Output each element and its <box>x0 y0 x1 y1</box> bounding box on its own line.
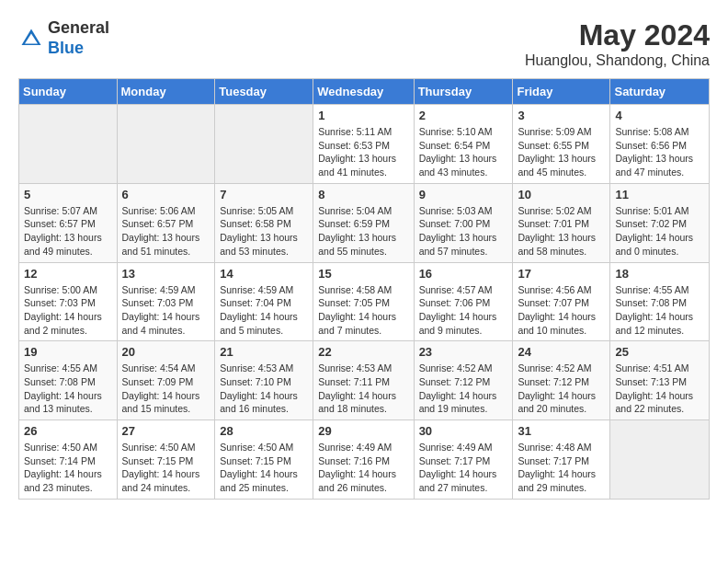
logo-general-text: General <box>48 18 109 37</box>
page-header: General Blue May 2024 Huanglou, Shandong… <box>18 18 710 69</box>
calendar-week-row: 19Sunrise: 4:55 AM Sunset: 7:08 PM Dayli… <box>19 341 710 420</box>
calendar-cell <box>610 420 710 500</box>
day-info: Sunrise: 4:48 AM Sunset: 7:17 PM Dayligh… <box>518 441 605 495</box>
day-info: Sunrise: 4:54 AM Sunset: 7:09 PM Dayligh… <box>122 362 210 416</box>
day-info: Sunrise: 4:59 AM Sunset: 7:03 PM Dayligh… <box>122 283 210 338</box>
calendar-week-row: 1Sunrise: 5:11 AM Sunset: 6:53 PM Daylig… <box>19 105 710 184</box>
title-block: May 2024 Huanglou, Shandong, China <box>525 18 710 69</box>
calendar-cell: 10Sunrise: 5:02 AM Sunset: 7:01 PM Dayli… <box>513 183 610 262</box>
day-number: 28 <box>220 424 308 438</box>
day-info: Sunrise: 5:08 AM Sunset: 6:56 PM Dayligh… <box>615 125 704 179</box>
day-number: 23 <box>419 345 508 359</box>
weekday-header-thursday: Thursday <box>414 79 513 105</box>
calendar-cell: 19Sunrise: 4:55 AM Sunset: 7:08 PM Dayli… <box>19 341 118 420</box>
calendar-week-row: 12Sunrise: 5:00 AM Sunset: 7:03 PM Dayli… <box>19 262 710 341</box>
calendar-cell: 28Sunrise: 4:50 AM Sunset: 7:15 PM Dayli… <box>215 420 313 500</box>
day-info: Sunrise: 4:56 AM Sunset: 7:07 PM Dayligh… <box>518 283 605 338</box>
day-number: 3 <box>518 109 605 122</box>
day-number: 12 <box>24 267 112 281</box>
day-number: 2 <box>419 109 508 122</box>
calendar-cell <box>19 105 118 184</box>
day-info: Sunrise: 5:07 AM Sunset: 6:57 PM Dayligh… <box>24 204 112 259</box>
day-info: Sunrise: 4:50 AM Sunset: 7:15 PM Dayligh… <box>122 441 210 495</box>
calendar-header-row: SundayMondayTuesdayWednesdayThursdayFrid… <box>19 79 710 105</box>
day-info: Sunrise: 4:53 AM Sunset: 7:11 PM Dayligh… <box>318 362 408 416</box>
day-number: 13 <box>122 267 210 281</box>
day-info: Sunrise: 5:05 AM Sunset: 6:58 PM Dayligh… <box>220 204 308 259</box>
calendar-cell: 24Sunrise: 4:52 AM Sunset: 7:12 PM Dayli… <box>513 341 610 420</box>
day-number: 19 <box>24 345 112 359</box>
calendar-cell: 11Sunrise: 5:01 AM Sunset: 7:02 PM Dayli… <box>610 183 710 262</box>
day-info: Sunrise: 4:53 AM Sunset: 7:10 PM Dayligh… <box>220 362 308 416</box>
day-info: Sunrise: 4:49 AM Sunset: 7:16 PM Dayligh… <box>318 441 408 495</box>
day-number: 17 <box>518 267 605 281</box>
calendar-cell: 29Sunrise: 4:49 AM Sunset: 7:16 PM Dayli… <box>313 420 414 500</box>
calendar-cell: 1Sunrise: 5:11 AM Sunset: 6:53 PM Daylig… <box>313 105 414 184</box>
calendar-cell: 13Sunrise: 4:59 AM Sunset: 7:03 PM Dayli… <box>117 262 215 341</box>
day-info: Sunrise: 4:55 AM Sunset: 7:08 PM Dayligh… <box>615 283 704 338</box>
day-number: 1 <box>318 109 408 122</box>
calendar-cell: 16Sunrise: 4:57 AM Sunset: 7:06 PM Dayli… <box>414 262 513 341</box>
calendar-week-row: 26Sunrise: 4:50 AM Sunset: 7:14 PM Dayli… <box>19 420 710 500</box>
day-number: 11 <box>615 188 704 201</box>
day-info: Sunrise: 5:02 AM Sunset: 7:01 PM Dayligh… <box>518 204 605 259</box>
day-number: 22 <box>318 345 408 359</box>
weekday-header-friday: Friday <box>513 79 610 105</box>
day-number: 26 <box>24 424 112 438</box>
logo: General Blue <box>18 18 109 58</box>
day-info: Sunrise: 5:09 AM Sunset: 6:55 PM Dayligh… <box>518 125 605 179</box>
day-number: 5 <box>24 188 112 201</box>
day-number: 30 <box>419 424 508 438</box>
day-number: 8 <box>318 188 408 201</box>
day-number: 20 <box>122 345 210 359</box>
day-info: Sunrise: 5:10 AM Sunset: 6:54 PM Dayligh… <box>419 125 508 179</box>
calendar-cell: 23Sunrise: 4:52 AM Sunset: 7:12 PM Dayli… <box>414 341 513 420</box>
day-info: Sunrise: 4:50 AM Sunset: 7:15 PM Dayligh… <box>220 441 308 495</box>
day-number: 27 <box>122 424 210 438</box>
calendar-cell: 26Sunrise: 4:50 AM Sunset: 7:14 PM Dayli… <box>19 420 118 500</box>
day-number: 29 <box>318 424 408 438</box>
calendar-cell: 5Sunrise: 5:07 AM Sunset: 6:57 PM Daylig… <box>19 183 118 262</box>
calendar-cell: 27Sunrise: 4:50 AM Sunset: 7:15 PM Dayli… <box>117 420 215 500</box>
calendar-cell: 21Sunrise: 4:53 AM Sunset: 7:10 PM Dayli… <box>215 341 313 420</box>
day-number: 16 <box>419 267 508 281</box>
day-number: 21 <box>220 345 308 359</box>
calendar-cell: 4Sunrise: 5:08 AM Sunset: 6:56 PM Daylig… <box>610 105 710 184</box>
day-number: 25 <box>615 345 704 359</box>
day-number: 24 <box>518 345 605 359</box>
calendar-cell <box>215 105 313 184</box>
day-info: Sunrise: 4:57 AM Sunset: 7:06 PM Dayligh… <box>419 283 508 338</box>
day-number: 14 <box>220 267 308 281</box>
day-info: Sunrise: 4:50 AM Sunset: 7:14 PM Dayligh… <box>24 441 112 495</box>
day-number: 31 <box>518 424 605 438</box>
calendar-cell: 3Sunrise: 5:09 AM Sunset: 6:55 PM Daylig… <box>513 105 610 184</box>
day-info: Sunrise: 5:01 AM Sunset: 7:02 PM Dayligh… <box>615 204 704 259</box>
day-info: Sunrise: 4:49 AM Sunset: 7:17 PM Dayligh… <box>419 441 508 495</box>
calendar-cell: 8Sunrise: 5:04 AM Sunset: 6:59 PM Daylig… <box>313 183 414 262</box>
calendar-cell: 17Sunrise: 4:56 AM Sunset: 7:07 PM Dayli… <box>513 262 610 341</box>
day-number: 15 <box>318 267 408 281</box>
day-info: Sunrise: 5:06 AM Sunset: 6:57 PM Dayligh… <box>122 204 210 259</box>
day-info: Sunrise: 4:58 AM Sunset: 7:05 PM Dayligh… <box>318 283 408 338</box>
calendar-cell: 14Sunrise: 4:59 AM Sunset: 7:04 PM Dayli… <box>215 262 313 341</box>
calendar-cell: 22Sunrise: 4:53 AM Sunset: 7:11 PM Dayli… <box>313 341 414 420</box>
calendar-cell: 31Sunrise: 4:48 AM Sunset: 7:17 PM Dayli… <box>513 420 610 500</box>
calendar-cell: 2Sunrise: 5:10 AM Sunset: 6:54 PM Daylig… <box>414 105 513 184</box>
day-info: Sunrise: 4:51 AM Sunset: 7:13 PM Dayligh… <box>615 362 704 416</box>
calendar-cell: 15Sunrise: 4:58 AM Sunset: 7:05 PM Dayli… <box>313 262 414 341</box>
day-number: 7 <box>220 188 308 201</box>
day-number: 6 <box>122 188 210 201</box>
day-info: Sunrise: 4:52 AM Sunset: 7:12 PM Dayligh… <box>419 362 508 416</box>
day-number: 9 <box>419 188 508 201</box>
calendar-cell: 6Sunrise: 5:06 AM Sunset: 6:57 PM Daylig… <box>117 183 215 262</box>
day-info: Sunrise: 4:55 AM Sunset: 7:08 PM Dayligh… <box>24 362 112 416</box>
calendar-cell: 12Sunrise: 5:00 AM Sunset: 7:03 PM Dayli… <box>19 262 118 341</box>
day-info: Sunrise: 4:59 AM Sunset: 7:04 PM Dayligh… <box>220 283 308 338</box>
day-number: 4 <box>615 109 704 122</box>
weekday-header-saturday: Saturday <box>610 79 710 105</box>
weekday-header-monday: Monday <box>117 79 215 105</box>
calendar-week-row: 5Sunrise: 5:07 AM Sunset: 6:57 PM Daylig… <box>19 183 710 262</box>
day-info: Sunrise: 4:52 AM Sunset: 7:12 PM Dayligh… <box>518 362 605 416</box>
weekday-header-tuesday: Tuesday <box>215 79 313 105</box>
location: Huanglou, Shandong, China <box>525 52 710 69</box>
